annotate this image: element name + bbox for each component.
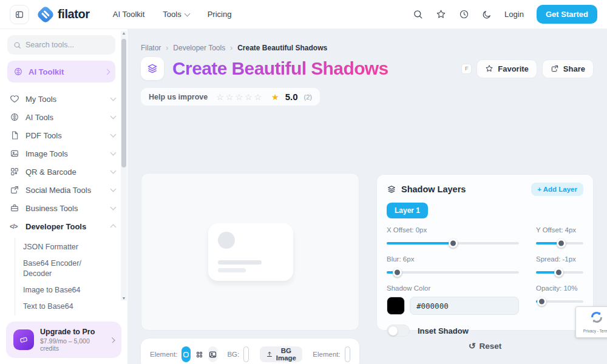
upgrade-subtitle: $7.99/mo – 5,000 credits bbox=[40, 337, 104, 352]
sidebar-toggle-button[interactable] bbox=[10, 5, 29, 24]
shadow-layers-panel: Shadow Layers + Add Layer Layer 1 X Offs… bbox=[376, 174, 594, 331]
spread-slider[interactable] bbox=[536, 268, 583, 277]
brain-icon bbox=[10, 112, 19, 122]
nav-pricing[interactable]: Pricing bbox=[208, 10, 232, 19]
scrollbar-thumb[interactable] bbox=[121, 39, 126, 167]
app-window: filator AI Toolkit Tools Pricing Login G… bbox=[0, 0, 607, 364]
sidebar-item-ai-tools[interactable]: AI Tools bbox=[0, 108, 127, 126]
rating-prompt: Help us improve bbox=[149, 93, 208, 101]
star-outline-icon[interactable]: ☆ bbox=[254, 92, 262, 102]
chevron-down-icon bbox=[110, 132, 117, 138]
slider-thumb[interactable] bbox=[537, 297, 546, 306]
ticket-icon bbox=[13, 329, 34, 350]
sidebar-item-my-tools[interactable]: My Tools bbox=[0, 90, 127, 108]
recaptcha-badge[interactable]: Privacy - Terms bbox=[575, 306, 607, 338]
x-offset-label: X Offset: 0px bbox=[387, 226, 519, 234]
sidebar-subitem-json-formatter[interactable]: JSON Formatter bbox=[23, 239, 127, 255]
sidebar-item-pdf-tools[interactable]: PDF Tools bbox=[0, 126, 127, 144]
logo[interactable]: filator bbox=[39, 7, 90, 21]
share-button[interactable]: Share bbox=[542, 59, 594, 78]
breadcrumb-item[interactable]: Developer Tools bbox=[173, 44, 225, 52]
sidebar-item-qr-barcode[interactable]: QR & Barcode bbox=[0, 163, 127, 181]
login-link[interactable]: Login bbox=[504, 10, 524, 19]
slider-thumb[interactable] bbox=[393, 268, 402, 277]
brain-icon bbox=[13, 67, 23, 76]
sidebar-subitem-base64-encoder-decoder[interactable]: Base64 Encoder/ Decoder bbox=[23, 255, 127, 282]
logo-icon bbox=[36, 5, 55, 24]
chevron-down-icon bbox=[110, 186, 117, 192]
bg-color-swatch[interactable] bbox=[243, 346, 249, 362]
element-shape-dots-button[interactable] bbox=[195, 346, 204, 362]
element-shape-image-button[interactable] bbox=[208, 346, 217, 362]
sidebar-scrollbar[interactable]: ▲ ▼ bbox=[121, 31, 127, 300]
image-icon bbox=[10, 149, 19, 158]
star-outline-icon[interactable]: ☆ bbox=[235, 92, 243, 102]
element-shape-card-button[interactable] bbox=[181, 346, 191, 362]
star-outline-icon[interactable]: ☆ bbox=[216, 92, 224, 102]
preview-options-bar: Element: BG: BG Image bbox=[141, 339, 359, 364]
sidebar-item-image-tools[interactable]: Image Tools bbox=[0, 144, 127, 163]
preview-demo-card[interactable] bbox=[208, 223, 293, 281]
blur-label: Blur: 6px bbox=[387, 255, 519, 263]
layer-1-tab[interactable]: Layer 1 bbox=[387, 203, 428, 218]
nav-ai-toolkit[interactable]: AI Toolkit bbox=[113, 10, 145, 19]
star-outline-icon[interactable]: ☆ bbox=[245, 92, 253, 102]
reset-button[interactable]: ↺Reset bbox=[376, 341, 594, 351]
shadow-color-swatch[interactable] bbox=[387, 297, 405, 315]
scroll-up-arrow-icon[interactable]: ▲ bbox=[121, 31, 127, 35]
inset-shadow-toggle[interactable] bbox=[387, 325, 410, 337]
share-icon bbox=[551, 64, 559, 73]
nav-tools[interactable]: Tools bbox=[163, 10, 189, 19]
panel-title: Shadow Layers bbox=[401, 184, 466, 194]
breadcrumb: Filator › Developer Tools › Create Beaut… bbox=[141, 44, 327, 52]
element-label: Element: bbox=[150, 351, 177, 358]
breadcrumb-current: Create Beautiful Shadows bbox=[237, 44, 327, 52]
y-offset-slider[interactable] bbox=[536, 238, 583, 248]
header-nav: AI Toolkit Tools Pricing bbox=[113, 10, 232, 19]
element-label-2: Element: bbox=[313, 351, 340, 358]
star-outline-icon[interactable]: ☆ bbox=[226, 92, 234, 102]
sidebar-subitem-image-to-base64[interactable]: Image to Base64 bbox=[23, 282, 127, 298]
favorites-star-icon[interactable] bbox=[436, 9, 446, 19]
element-color-swatch[interactable] bbox=[345, 346, 350, 362]
shadow-color-control: Shadow Color bbox=[387, 285, 519, 315]
sidebar-item-developer-tools[interactable]: </> Developer Tools bbox=[0, 217, 127, 235]
scroll-down-arrow-icon[interactable]: ▼ bbox=[121, 296, 127, 300]
slider-thumb[interactable] bbox=[554, 268, 563, 277]
panel-left-icon bbox=[15, 10, 24, 19]
slider-thumb[interactable] bbox=[557, 238, 566, 248]
rating-stars[interactable]: ☆ ☆ ☆ ☆ ☆ bbox=[216, 92, 262, 102]
search-tools-input[interactable]: Search tools... bbox=[7, 35, 115, 55]
breadcrumb-separator: › bbox=[166, 44, 168, 52]
slider-thumb[interactable] bbox=[449, 238, 458, 248]
recaptcha-icon bbox=[589, 310, 604, 325]
blur-slider[interactable] bbox=[387, 268, 519, 277]
shadow-color-hex-input[interactable] bbox=[410, 297, 519, 315]
sidebar-item-business-tools[interactable]: Business Tools bbox=[0, 199, 127, 217]
sidebar-subitem-text-to-base64[interactable]: Text to Base64 bbox=[23, 298, 127, 315]
history-clock-icon[interactable] bbox=[459, 9, 469, 19]
search-icon[interactable] bbox=[413, 9, 423, 19]
dots-grid-icon bbox=[195, 350, 204, 359]
recaptcha-privacy-terms[interactable]: Privacy - Terms bbox=[576, 329, 607, 333]
x-offset-slider[interactable] bbox=[387, 238, 519, 248]
reset-icon: ↺ bbox=[469, 341, 476, 351]
shadow-color-label: Shadow Color bbox=[387, 285, 519, 292]
sidebar-item-social-media-tools[interactable]: Social Media Tools bbox=[0, 181, 127, 199]
dark-mode-moon-icon[interactable] bbox=[482, 10, 492, 19]
shortcut-badge: F bbox=[461, 64, 472, 74]
add-layer-button[interactable]: + Add Layer bbox=[531, 183, 583, 196]
developer-tools-submenu: JSON Formatter Base64 Encoder/ Decoder I… bbox=[15, 238, 127, 315]
breadcrumb-item[interactable]: Filator bbox=[141, 44, 161, 52]
logo-text: filator bbox=[58, 7, 90, 21]
breadcrumb-separator: › bbox=[230, 44, 232, 52]
upload-icon bbox=[266, 351, 273, 358]
opacity-slider[interactable] bbox=[536, 297, 583, 306]
bg-image-button[interactable]: BG Image bbox=[260, 346, 302, 362]
upgrade-to-pro-banner[interactable]: Upgrade to Pro $7.99/mo – 5,000 credits bbox=[6, 322, 121, 358]
favorite-button[interactable]: Favorite bbox=[476, 59, 537, 78]
get-started-button[interactable]: Get Started bbox=[537, 5, 597, 24]
inset-shadow-label: Inset Shadow bbox=[418, 326, 469, 335]
rounded-square-icon bbox=[181, 350, 191, 359]
sidebar-item-ai-toolkit[interactable]: AI Toolkit bbox=[7, 61, 115, 83]
